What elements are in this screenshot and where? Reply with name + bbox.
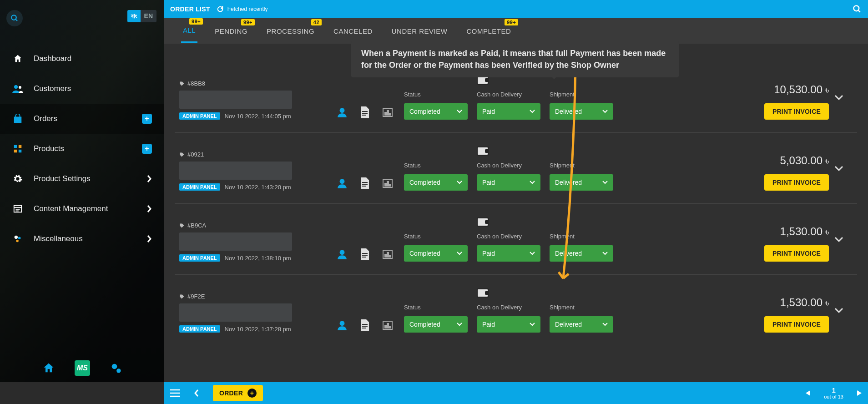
nav-dashboard[interactable]: Dashboard xyxy=(0,44,164,74)
add-product-icon[interactable]: + xyxy=(142,144,152,154)
language-toggle[interactable]: বাং EN xyxy=(127,10,156,22)
user-icon[interactable] xyxy=(335,176,349,191)
menu-button[interactable] xyxy=(170,389,180,397)
refresh-button[interactable]: Fetched recently xyxy=(217,5,268,13)
shipment-select[interactable]: Delivered xyxy=(550,174,613,191)
document-icon[interactable] xyxy=(358,176,372,191)
nav-product-settings[interactable]: Product Settings xyxy=(0,164,164,194)
source-badge: ADMIN PANEL xyxy=(179,254,220,262)
tab-under-review[interactable]: UNDER REVIEW xyxy=(390,20,449,42)
print-invoice-button[interactable]: PRINT INVOICE xyxy=(764,174,829,191)
print-invoice-button[interactable]: PRINT INVOICE xyxy=(764,103,829,120)
svg-rect-30 xyxy=(362,186,366,187)
topbar-search-button[interactable] xyxy=(853,5,862,14)
document-icon[interactable] xyxy=(358,318,372,333)
tab-processing[interactable]: PROCESSING 42 xyxy=(265,20,316,42)
tab-label: CANCELED xyxy=(333,27,373,35)
nav-miscellaneous[interactable]: Miscellaneous xyxy=(0,224,164,254)
home-shortcut[interactable] xyxy=(41,360,56,376)
order-date: Nov 10 2022, 1:37:28 pm xyxy=(225,326,291,333)
chart-icon[interactable] xyxy=(380,318,395,333)
shipment-label: Shipment xyxy=(550,162,617,169)
print-invoice-button[interactable]: PRINT INVOICE xyxy=(764,245,829,262)
expand-button[interactable] xyxy=(834,237,853,243)
payment-select[interactable]: Paid xyxy=(477,316,540,333)
chevron-down-icon xyxy=(602,323,608,326)
svg-rect-6 xyxy=(14,150,17,152)
tab-pending[interactable]: PENDING 99+ xyxy=(213,20,249,42)
payment-select[interactable]: Paid xyxy=(477,174,540,191)
next-page-button[interactable] xyxy=(857,390,862,396)
status-column: StatusCompleted xyxy=(404,304,471,333)
customer-box[interactable] xyxy=(179,91,292,109)
tab-badge: 42 xyxy=(311,19,322,25)
order-summary: #9F2EADMIN PANELNov 10 2022, 1:37:28 pm xyxy=(179,293,311,333)
sidebar-search-button[interactable] xyxy=(6,10,23,26)
nav-customers[interactable]: Customers xyxy=(0,74,164,104)
content-icon xyxy=(12,203,24,215)
order-list: #8BB8ADMIN PANELNov 10 2022, 1:44:05 pmS… xyxy=(164,44,868,382)
payment-select[interactable]: Paid xyxy=(477,245,540,262)
add-order-icon[interactable]: + xyxy=(142,114,152,124)
user-icon[interactable] xyxy=(335,247,349,262)
payment-column: Cash on DeliveryPaid xyxy=(477,217,544,262)
shipment-select[interactable]: Delivered xyxy=(550,316,613,333)
nav-orders[interactable]: Orders + xyxy=(0,104,164,134)
page-title: ORDER LIST xyxy=(170,5,210,13)
status-select[interactable]: Completed xyxy=(404,103,468,120)
new-order-button[interactable]: ORDER + xyxy=(213,385,263,401)
svg-rect-45 xyxy=(362,326,368,327)
svg-point-15 xyxy=(112,364,117,369)
nav-content-management[interactable]: Content Management xyxy=(0,194,164,224)
status-select[interactable]: Completed xyxy=(404,316,468,333)
misc-icon xyxy=(12,233,24,245)
chart-icon[interactable] xyxy=(380,176,395,191)
nav-products[interactable]: Products + xyxy=(0,134,164,164)
tab-all[interactable]: ALL 99+ xyxy=(181,19,197,43)
user-icon[interactable] xyxy=(335,105,349,120)
settings-shortcut[interactable] xyxy=(108,360,124,376)
tab-canceled[interactable]: CANCELED xyxy=(332,20,374,42)
plus-circle-icon: + xyxy=(247,389,257,398)
ms-shortcut[interactable]: MS xyxy=(75,360,90,376)
expand-button[interactable] xyxy=(834,95,853,101)
svg-rect-20 xyxy=(362,111,368,112)
svg-rect-50 xyxy=(389,326,391,328)
customer-box[interactable] xyxy=(179,232,292,251)
payment-select[interactable]: Paid xyxy=(477,103,540,120)
status-select[interactable]: Completed xyxy=(404,174,468,191)
lang-en[interactable]: EN xyxy=(141,10,156,22)
tab-label: COMPLETED xyxy=(466,27,511,35)
order-meta: ADMIN PANELNov 10 2022, 1:37:28 pm xyxy=(179,325,311,333)
topbar: ORDER LIST Fetched recently xyxy=(164,0,868,18)
status-select[interactable]: Completed xyxy=(404,245,468,262)
expand-button[interactable] xyxy=(834,166,853,172)
chevron-down-icon xyxy=(457,110,462,113)
payment-column: Cash on DeliveryPaid xyxy=(477,146,544,191)
customer-box[interactable] xyxy=(179,303,292,322)
user-icon[interactable] xyxy=(335,318,349,333)
order-actions: 5,030.00৳PRINT INVOICE xyxy=(747,154,829,191)
back-button[interactable] xyxy=(194,389,199,397)
expand-button[interactable] xyxy=(834,308,853,314)
order-row: #0921ADMIN PANELNov 10 2022, 1:43:20 pmS… xyxy=(175,133,857,204)
order-id: #8BB8 xyxy=(179,80,311,87)
tab-completed[interactable]: COMPLETED 99+ xyxy=(464,20,513,42)
triangle-right-icon xyxy=(857,390,862,396)
document-icon[interactable] xyxy=(358,247,372,262)
shipment-select[interactable]: Delivered xyxy=(550,245,613,262)
customer-box[interactable] xyxy=(179,162,292,180)
chart-icon[interactable] xyxy=(380,247,395,262)
svg-line-18 xyxy=(858,10,860,12)
chevron-down-icon xyxy=(530,252,535,255)
prev-page-button[interactable] xyxy=(806,390,810,396)
nav-label: Dashboard xyxy=(34,54,71,63)
document-icon[interactable] xyxy=(358,105,372,120)
lang-bn[interactable]: বাং xyxy=(127,10,141,22)
shipment-select[interactable]: Delivered xyxy=(550,103,613,120)
status-label: Status xyxy=(404,162,471,169)
print-invoice-button[interactable]: PRINT INVOICE xyxy=(764,316,829,333)
nav-label: Products xyxy=(34,144,64,153)
chart-icon[interactable] xyxy=(380,105,395,120)
svg-rect-29 xyxy=(362,184,368,185)
